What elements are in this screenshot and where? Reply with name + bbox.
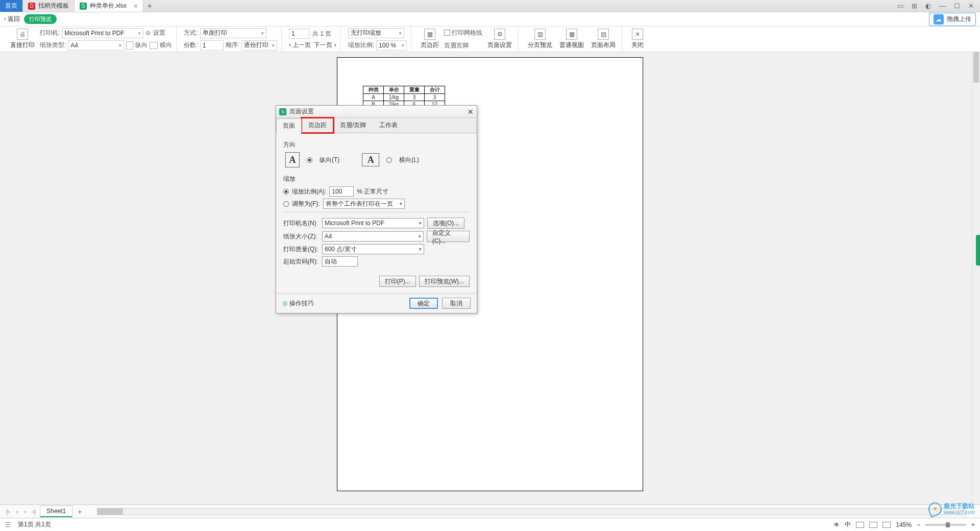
landscape-icon[interactable] <box>150 42 158 49</box>
tab-home[interactable]: 首页 <box>0 0 23 12</box>
copies-input[interactable]: 1 <box>200 40 224 51</box>
scrollbar-thumb[interactable] <box>973 52 979 83</box>
maximize-icon[interactable]: ☐ <box>952 1 962 11</box>
printer-name-value: Microsoft Print to PDF <box>325 220 384 227</box>
back-label: 返回 <box>8 15 20 22</box>
vertical-scrollbar[interactable] <box>972 52 980 504</box>
view-normal-icon[interactable] <box>856 522 864 528</box>
close-preview-button[interactable]: ✕关闭 <box>629 29 646 50</box>
table-header-row: 种类 单价 重量 合计 <box>363 86 445 94</box>
close-tab-icon[interactable]: × <box>134 2 138 10</box>
scale-mode-value: 无打印缩放 <box>351 29 381 37</box>
cloud-icon: ☁ <box>934 14 944 25</box>
lang-indicator[interactable]: 中 <box>845 520 851 529</box>
add-sheet-button[interactable]: + <box>75 508 85 516</box>
orientation-section-label: 方向 <box>283 140 470 149</box>
prev-page-button[interactable]: ‹ 上一页 <box>289 41 311 50</box>
tab-margins[interactable]: 页边距 <box>302 118 333 133</box>
page-setup-dialog: S 页面设置 ✕ 页面 页边距 页眉/页脚 工作表 方向 A 纵向(T) A 横… <box>276 105 477 313</box>
page-setup-button[interactable]: ⚙页面设置 <box>485 29 514 50</box>
tab-template[interactable]: D 找稻壳模板 <box>23 0 75 12</box>
horizontal-scrollbar[interactable] <box>97 508 966 515</box>
zoom-value: 145% <box>896 521 912 528</box>
paper-size-select[interactable]: A4 <box>322 231 424 242</box>
dialog-body: 方向 A 纵向(T) A 横向(L) 缩放 缩放比例(A): % 正常尺寸 调整… <box>276 133 477 293</box>
settings-label[interactable]: 设置 <box>153 29 165 37</box>
method-value: 单面打印 <box>203 29 227 37</box>
portrait-radio-label: 纵向(T) <box>320 156 339 164</box>
user-icon[interactable]: ◐ <box>923 1 933 11</box>
tips-link[interactable]: ◎ 操作技巧 <box>282 299 314 308</box>
view-page-icon[interactable] <box>869 522 877 528</box>
grid-icon[interactable]: ⊞ <box>910 1 919 11</box>
dialog-close-button[interactable]: ✕ <box>468 108 474 116</box>
next-page-button[interactable]: 下一页 › <box>314 41 336 50</box>
print-button[interactable]: 打印(P)... <box>379 276 416 287</box>
tab-page[interactable]: 页面 <box>276 118 302 133</box>
printer-name-select[interactable]: Microsoft Print to PDF <box>322 218 424 228</box>
sheet-nav-last[interactable]: ›| <box>30 508 38 515</box>
page-input[interactable]: 1 <box>289 29 309 39</box>
scale-ratio-select[interactable]: 100 % <box>376 40 407 51</box>
th-0: 种类 <box>363 86 384 94</box>
ok-button[interactable]: 确定 <box>409 298 438 309</box>
tab-worksheet[interactable]: 工作表 <box>373 118 404 133</box>
close-window-icon[interactable]: ✕ <box>966 1 976 11</box>
landscape-label[interactable]: 横向 <box>160 41 172 50</box>
method-select[interactable]: 单面打印 <box>200 28 266 38</box>
cancel-button[interactable]: 取消 <box>442 298 471 309</box>
printer-select[interactable]: Microsoft Print to PDF <box>62 28 143 38</box>
fit-to-radio[interactable] <box>283 201 289 207</box>
print-preview-button[interactable]: 打印预览(W)... <box>419 276 470 287</box>
headerfooter-label[interactable]: 页眉页脚 <box>444 41 482 50</box>
portrait-radio[interactable] <box>307 157 312 163</box>
sheet-nav-next[interactable]: › <box>22 508 28 515</box>
zoom-slider[interactable] <box>925 524 966 526</box>
sheet-nav-first[interactable]: |‹ <box>4 508 12 515</box>
side-handle[interactable] <box>976 235 980 266</box>
settings-icon[interactable]: ⚙ <box>145 30 151 37</box>
zoom-in-button[interactable]: + <box>971 521 975 528</box>
tab-headerfooter[interactable]: 页眉/页脚 <box>333 118 373 133</box>
landscape-radio[interactable] <box>386 157 392 163</box>
margins-icon: ▦ <box>424 29 435 40</box>
direct-print-button[interactable]: 🖨 直接打印 <box>8 29 37 50</box>
eye-icon[interactable]: 👁 <box>834 521 840 528</box>
new-tab-button[interactable]: + <box>143 0 156 12</box>
layout-icon[interactable]: ▭ <box>895 1 905 11</box>
tab-file[interactable]: S 种类单价.xlsx × <box>75 0 143 12</box>
zoom-out-button[interactable]: − <box>917 521 920 528</box>
normal-view-button[interactable]: ▦普通视图 <box>557 29 586 50</box>
print-preview-pill: 打印预览 <box>24 14 57 24</box>
portrait-preview-icon: A <box>285 152 300 167</box>
sheet-tab-1[interactable]: Sheet1 <box>40 505 72 517</box>
hscroll-thumb[interactable] <box>97 509 123 515</box>
view-layout-icon[interactable] <box>883 522 891 528</box>
sheet-nav-prev[interactable]: ‹ <box>14 508 20 515</box>
portrait-label[interactable]: 纵向 <box>135 41 148 50</box>
start-page-input[interactable] <box>322 256 358 267</box>
upload-button[interactable]: ☁ 拖拽上传 <box>929 13 976 26</box>
landscape-radio-label: 横向(L) <box>399 156 419 164</box>
scale-ratio-input[interactable] <box>329 186 354 197</box>
margins-button[interactable]: ▦页边距 <box>419 29 441 50</box>
custom-button[interactable]: 自定义(C)... <box>427 231 470 242</box>
minimize-icon[interactable]: — <box>937 1 948 11</box>
dialog-tabs: 页面 页边距 页眉/页脚 工作表 <box>276 118 477 133</box>
order-select[interactable]: 逐份打印 <box>241 40 277 51</box>
status-menu-icon[interactable]: ☰ <box>5 521 11 528</box>
printer-icon: 🖨 <box>17 29 28 40</box>
scale-mode-select[interactable]: 无打印缩放 <box>348 28 404 38</box>
portrait-icon[interactable] <box>126 41 133 50</box>
gridlines-checkbox[interactable] <box>444 30 450 36</box>
paper-type-select[interactable]: A4 <box>68 40 124 51</box>
back-button[interactable]: ‹ 返回 <box>4 15 20 23</box>
th-1: 单价 <box>384 86 404 94</box>
layout-button[interactable]: ▤页面布局 <box>589 29 618 50</box>
options-button[interactable]: 选项(O)... <box>427 218 464 229</box>
paginate-button[interactable]: ▥分页预览 <box>526 29 554 50</box>
print-quality-select[interactable]: 600 点/英寸 <box>322 244 424 254</box>
dialog-titlebar[interactable]: S 页面设置 ✕ <box>276 106 477 118</box>
fit-to-select[interactable]: 将整个工作表打印在一页 <box>323 199 405 209</box>
scale-ratio-radio[interactable] <box>283 189 289 195</box>
